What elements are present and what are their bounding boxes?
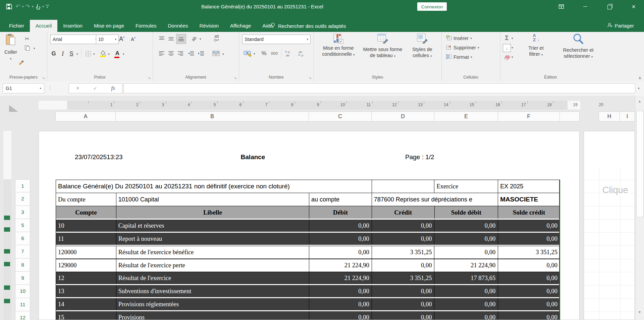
column-header-g-partial[interactable] <box>560 111 580 122</box>
column-header-i[interactable]: I <box>620 111 635 122</box>
scroll-up-icon[interactable]: ▲ <box>635 96 644 106</box>
scrollbar-thumb[interactable] <box>636 111 644 217</box>
row-header[interactable]: 6 <box>15 232 30 245</box>
font-color-dropdown-icon[interactable]: ▾ <box>123 52 124 56</box>
cell-solde-credit[interactable]: 0,00 <box>498 259 560 272</box>
borders-dropdown-icon[interactable]: ▾ <box>93 52 95 56</box>
to-value-cell[interactable]: 787600 Reprises sur dépréciations e <box>372 193 498 206</box>
column-header-e[interactable]: E <box>434 111 498 122</box>
ribbon-display-options-icon[interactable] <box>554 0 568 13</box>
row-header[interactable]: 7 <box>15 245 30 258</box>
cell-solde-credit[interactable]: 0,00 <box>498 311 560 320</box>
cell-credit[interactable]: 0,00 <box>372 220 435 232</box>
cell-styles-button[interactable]: Styles de cellules ▾ <box>406 33 439 59</box>
to-label-cell[interactable]: au compte <box>309 193 372 206</box>
cell-solde-debit[interactable]: 0,00 <box>434 220 498 232</box>
insert-function-icon[interactable]: fx <box>111 85 115 91</box>
from-label-cell[interactable]: Du compte <box>56 193 116 206</box>
tab-mise-en-page[interactable]: Mise en page <box>88 20 130 32</box>
cell-libelle[interactable]: Résultat de l'exercice perte <box>116 259 309 272</box>
cell-solde-credit[interactable]: 0,00 <box>498 285 560 297</box>
name-box[interactable]: G1 ▾ <box>3 83 44 93</box>
underline-dropdown-icon[interactable]: ▾ <box>76 52 78 56</box>
row-header[interactable]: 11 <box>15 298 30 311</box>
column-header-d[interactable]: D <box>372 111 434 122</box>
from-value-cell[interactable]: 101000 Capital <box>116 193 309 206</box>
cell-compte[interactable]: 129000 <box>56 259 116 272</box>
tab-donnees[interactable]: Données <box>162 20 194 32</box>
cell-debit[interactable]: 0,00 <box>309 246 372 259</box>
cut-icon[interactable]: ✂ <box>22 35 32 43</box>
comma-style-button[interactable]: 000 <box>269 50 280 57</box>
column-header-f[interactable]: F <box>498 111 560 122</box>
cell-compte[interactable]: 120000 <box>56 246 116 259</box>
cell-solde-debit[interactable]: 0,00 <box>434 233 498 245</box>
scroll-down-icon[interactable]: ▼ <box>635 307 644 317</box>
clear-eraser-icon[interactable] <box>503 54 511 61</box>
next-page-placeholder[interactable]: Clique <box>602 185 628 195</box>
cell-solde-debit[interactable]: 0,00 <box>434 298 498 310</box>
bold-button[interactable]: G <box>50 49 58 58</box>
minimize-button[interactable] <box>578 0 592 13</box>
grow-font-button[interactable]: A▴ <box>117 35 127 43</box>
cell-libelle[interactable]: Provisions réglementées <box>116 298 309 310</box>
tab-fichier[interactable]: Fichier <box>3 20 30 32</box>
table-row[interactable]: 14 Provisions réglementées 0,00 0,00 0,0… <box>56 298 560 311</box>
select-all-corner-icon[interactable] <box>9 105 18 112</box>
cell-compte[interactable]: 10 <box>56 220 116 232</box>
decrease-indent-icon[interactable] <box>186 49 196 57</box>
cell-credit[interactable]: 0,00 <box>372 311 435 320</box>
cell-libelle[interactable]: Subventions d'investissement <box>116 285 309 297</box>
company-cell[interactable]: MASOCIETE <box>498 193 560 206</box>
confirm-entry-icon[interactable]: ✓ <box>93 86 97 91</box>
shrink-font-button[interactable]: A▾ <box>128 35 138 43</box>
table-row[interactable]: 11 Report à nouveau 0,00 0,00 0,00 0,00 <box>56 233 560 246</box>
cell-libelle[interactable]: Capital et réserves <box>116 220 309 232</box>
italic-button[interactable]: I <box>59 49 66 58</box>
tab-accueil[interactable]: Accueil <box>30 20 57 32</box>
align-right-icon[interactable] <box>176 49 185 57</box>
tab-insertion[interactable]: Insertion <box>57 20 88 32</box>
cell-libelle[interactable]: Résultat de l'exercice bénéfice <box>116 246 309 259</box>
accounting-format-icon[interactable] <box>242 49 253 58</box>
cell-solde-debit[interactable]: 0,00 <box>434 246 498 259</box>
copy-dropdown-icon[interactable]: ▾ <box>34 47 35 50</box>
font-size-combo[interactable]: 10 ▾ <box>96 35 119 44</box>
exercice-label-cell[interactable]: Exercice <box>434 180 498 193</box>
merge-center-icon[interactable] <box>211 49 221 57</box>
cell-debit[interactable]: 21 224,90 <box>309 259 372 272</box>
report-title-cell[interactable]: Balance Général(e) Du 20250101 au 202512… <box>56 180 372 193</box>
fill-color-dropdown-icon[interactable]: ▾ <box>108 52 110 56</box>
insert-cells-button[interactable]: Insérer ▾ <box>446 35 472 41</box>
align-middle-icon[interactable] <box>167 35 175 43</box>
format-as-table-button[interactable]: Mettre sous forme de tableau ▾ <box>361 33 404 59</box>
cell-libelle[interactable]: Résultat de l'exercice <box>116 272 309 284</box>
cell-compte[interactable]: 15 <box>56 311 116 320</box>
orientation-icon[interactable]: ab <box>189 34 199 43</box>
fill-dropdown-icon[interactable]: ▾ <box>512 46 513 49</box>
column-header-c[interactable]: C <box>309 111 372 122</box>
tab-formules[interactable]: Formules <box>130 20 162 32</box>
table-row[interactable]: 12 Résultat de l'exercice 21 224,90 3 35… <box>56 272 560 285</box>
connexion-button[interactable]: Connexion <box>417 2 447 11</box>
formula-bar-expand-icon[interactable]: ▾ <box>638 87 640 90</box>
borders-icon[interactable] <box>84 49 93 58</box>
merge-dropdown-icon[interactable]: ▾ <box>222 52 224 56</box>
orientation-dropdown-icon[interactable]: ▾ <box>200 37 201 41</box>
restore-button[interactable] <box>602 0 616 13</box>
increase-decimal-icon[interactable]: ,0,00 <box>283 49 295 58</box>
row-header[interactable]: 9 <box>15 272 30 285</box>
table-row[interactable]: 13 Subventions d'investissement 0,00 0,0… <box>56 285 560 298</box>
cell-libelle[interactable]: Report à nouveau <box>116 233 309 245</box>
close-button[interactable]: × <box>627 0 641 13</box>
align-bottom-icon[interactable] <box>176 34 186 44</box>
column-header-b[interactable]: B <box>116 111 309 122</box>
share-button[interactable]: Partager <box>607 20 634 31</box>
table-row[interactable]: Balance Général(e) Du 20250101 au 202512… <box>56 180 560 193</box>
column-header-a[interactable]: A <box>55 111 116 122</box>
formula-bar-divider-dots[interactable]: ⋮ <box>48 85 53 90</box>
table-row[interactable]: Du compte 101000 Capital au compte 78760… <box>56 193 560 206</box>
sort-filter-button[interactable]: A Z ↓ Trier et filtrer ▾ <box>518 33 554 58</box>
table-header-row[interactable]: Compte Libelle Débit Crédit Solde débit … <box>56 206 560 220</box>
autosum-dropdown-icon[interactable]: ▾ <box>512 37 513 40</box>
